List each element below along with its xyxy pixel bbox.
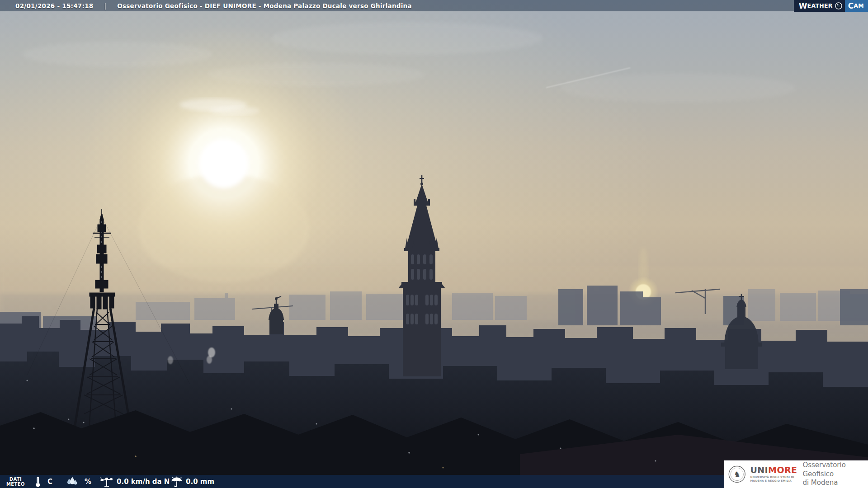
wind-value: 0.0 km/h da N [117,478,170,486]
wind-reading: 0.0 km/h da N [100,476,170,487]
humidity-reading: % [66,476,91,487]
camera-lens-icon [835,2,842,9]
svg-text:♞: ♞ [734,470,741,479]
university-seal-icon: ♞ [728,464,745,484]
webcam-photo [0,0,868,488]
header-bar: 02/01/2026 - 15:47:18 | Osservatorio Geo… [0,0,868,11]
observatory-name-line2: di Modena [802,479,868,488]
observatory-name-line1: Osservatorio Geofisico [802,461,868,479]
meteo-bar-label: DATI METEO [6,477,25,487]
rain-value: 0.0 mm [186,478,214,486]
weathercam-c: C [848,2,854,10]
humidity-unit: % [85,478,91,486]
header-separator: | [104,2,106,9]
water-drops-icon [66,476,78,487]
unimore-logo[interactable]: ♞ UNIMORE UNIVERSITÀ DEGLI STUDI DI MODE… [724,460,868,488]
umbrella-icon [171,476,183,487]
unimore-subtitle-line1: UNIVERSITÀ DEGLI STUDI DI [750,476,797,479]
temperature-reading: C [34,476,52,487]
unimore-subtitle: UNIVERSITÀ DEGLI STUDI DI MODENA E REGGI… [750,476,797,483]
weathercam-logo-weather: WEATHER [794,0,845,12]
datetime: 02/01/2026 - 15:47:18 [15,2,93,9]
weathercam-logo[interactable]: WEATHER CAM [794,0,868,12]
observatory-name: Osservatorio Geofisico di Modena [802,461,868,488]
unimore-uni: UNI [750,465,768,475]
meteo-label-line1: DATI [6,477,25,482]
unimore-more: MORE [768,465,797,475]
unimore-brand-block: UNIMORE UNIVERSITÀ DEGLI STUDI DI MODENA… [750,466,797,483]
thermometer-icon [34,476,41,487]
weathercam-logo-cam: CAM [845,0,868,12]
rain-reading: 0.0 mm [171,476,214,487]
weathercam-w: W [799,2,807,10]
weathercam-eather: EATHER [807,3,833,9]
page-title: Osservatorio Geofisico - DIEF UNIMORE - … [117,2,412,9]
unimore-subtitle-line2: MODENA E REGGIO EMILIA [750,479,797,483]
weathercam-am: AM [854,3,864,9]
meteo-label-line2: METEO [6,482,25,487]
webcam-frame: 02/01/2026 - 15:47:18 | Osservatorio Geo… [0,0,868,488]
anemometer-icon [100,476,113,487]
temperature-unit: C [47,478,52,486]
unimore-wordmark: UNIMORE [750,466,797,474]
